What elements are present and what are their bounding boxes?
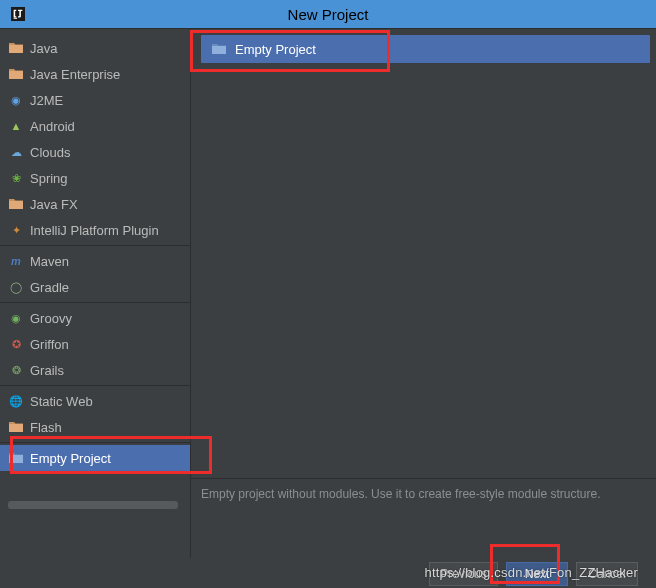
project-description: Empty project without modules. Use it to… bbox=[191, 478, 656, 558]
sidebar-item-label: Grails bbox=[30, 363, 64, 378]
j2me-icon: ◉ bbox=[8, 93, 24, 107]
sidebar-item-label: J2ME bbox=[30, 93, 63, 108]
sidebar-item-label: Flash bbox=[30, 420, 62, 435]
svg-rect-0 bbox=[11, 7, 25, 21]
divider bbox=[0, 302, 190, 303]
sidebar-item-groovy[interactable]: ◉ Groovy bbox=[0, 305, 190, 331]
sidebar-item-clouds[interactable]: ☁ Clouds bbox=[0, 139, 190, 165]
svg-rect-1 bbox=[14, 18, 18, 19]
android-icon: ▲ bbox=[8, 119, 24, 133]
svg-rect-3 bbox=[9, 71, 23, 79]
main-area: Java Java Enterprise ◉ J2ME ▲ Android ☁ … bbox=[0, 28, 656, 558]
sidebar-item-label: Java bbox=[30, 41, 57, 56]
svg-rect-2 bbox=[9, 45, 23, 53]
spring-icon: ❀ bbox=[8, 171, 24, 185]
folder-icon bbox=[8, 41, 24, 55]
folder-icon bbox=[8, 197, 24, 211]
web-icon: 🌐 bbox=[8, 394, 24, 408]
project-type-sidebar: Java Java Enterprise ◉ J2ME ▲ Android ☁ … bbox=[0, 29, 190, 558]
svg-rect-7 bbox=[212, 46, 226, 54]
folder-icon bbox=[8, 420, 24, 434]
window-title: New Project bbox=[0, 6, 656, 23]
griffon-icon: ✪ bbox=[8, 337, 24, 351]
sidebar-item-j2me[interactable]: ◉ J2ME bbox=[0, 87, 190, 113]
folder-icon bbox=[211, 42, 227, 56]
plugin-icon: ✦ bbox=[8, 223, 24, 237]
groovy-icon: ◉ bbox=[8, 311, 24, 325]
divider bbox=[0, 385, 190, 386]
sidebar-item-griffon[interactable]: ✪ Griffon bbox=[0, 331, 190, 357]
options-list: Empty Project bbox=[191, 29, 656, 478]
svg-rect-5 bbox=[9, 424, 23, 432]
intellij-icon bbox=[10, 6, 26, 22]
previous-button[interactable]: Previous bbox=[429, 562, 498, 586]
sidebar-item-maven[interactable]: m Maven bbox=[0, 248, 190, 274]
maven-icon: m bbox=[8, 254, 24, 268]
sidebar-item-label: IntelliJ Platform Plugin bbox=[30, 223, 159, 238]
divider bbox=[0, 442, 190, 443]
cloud-icon: ☁ bbox=[8, 145, 24, 159]
sidebar-item-label: Maven bbox=[30, 254, 69, 269]
horizontal-scrollbar[interactable] bbox=[8, 501, 178, 509]
sidebar-item-java[interactable]: Java bbox=[0, 35, 190, 61]
sidebar-item-label: Android bbox=[30, 119, 75, 134]
sidebar-item-label: Java FX bbox=[30, 197, 78, 212]
sidebar-item-spring[interactable]: ❀ Spring bbox=[0, 165, 190, 191]
gradle-icon: ◯ bbox=[8, 280, 24, 294]
sidebar-item-javafx[interactable]: Java FX bbox=[0, 191, 190, 217]
sidebar-item-label: Gradle bbox=[30, 280, 69, 295]
sidebar-item-label: Clouds bbox=[30, 145, 70, 160]
next-button[interactable]: Next bbox=[506, 562, 568, 586]
sidebar-item-label: Griffon bbox=[30, 337, 69, 352]
option-item-label: Empty Project bbox=[235, 42, 316, 57]
sidebar-item-label: Empty Project bbox=[30, 451, 111, 466]
footer: Previous Next Cancel bbox=[0, 560, 656, 588]
sidebar-item-flash[interactable]: Flash bbox=[0, 414, 190, 440]
sidebar-item-intellij-plugin[interactable]: ✦ IntelliJ Platform Plugin bbox=[0, 217, 190, 243]
sidebar-item-static-web[interactable]: 🌐 Static Web bbox=[0, 388, 190, 414]
option-item-empty-project[interactable]: Empty Project bbox=[201, 35, 650, 63]
svg-rect-4 bbox=[9, 201, 23, 209]
folder-icon bbox=[8, 451, 24, 465]
title-bar: New Project bbox=[0, 0, 656, 28]
sidebar-item-grails[interactable]: ❂ Grails bbox=[0, 357, 190, 383]
folder-icon bbox=[8, 67, 24, 81]
sidebar-item-label: Java Enterprise bbox=[30, 67, 120, 82]
options-panel: Empty Project Empty project without modu… bbox=[190, 29, 656, 558]
svg-rect-6 bbox=[9, 455, 23, 463]
sidebar-item-label: Static Web bbox=[30, 394, 93, 409]
cancel-button[interactable]: Cancel bbox=[576, 562, 638, 586]
divider bbox=[0, 245, 190, 246]
sidebar-item-empty-project[interactable]: Empty Project bbox=[0, 445, 190, 471]
sidebar-item-android[interactable]: ▲ Android bbox=[0, 113, 190, 139]
sidebar-item-label: Groovy bbox=[30, 311, 72, 326]
grails-icon: ❂ bbox=[8, 363, 24, 377]
sidebar-item-java-enterprise[interactable]: Java Enterprise bbox=[0, 61, 190, 87]
sidebar-item-label: Spring bbox=[30, 171, 68, 186]
sidebar-item-gradle[interactable]: ◯ Gradle bbox=[0, 274, 190, 300]
